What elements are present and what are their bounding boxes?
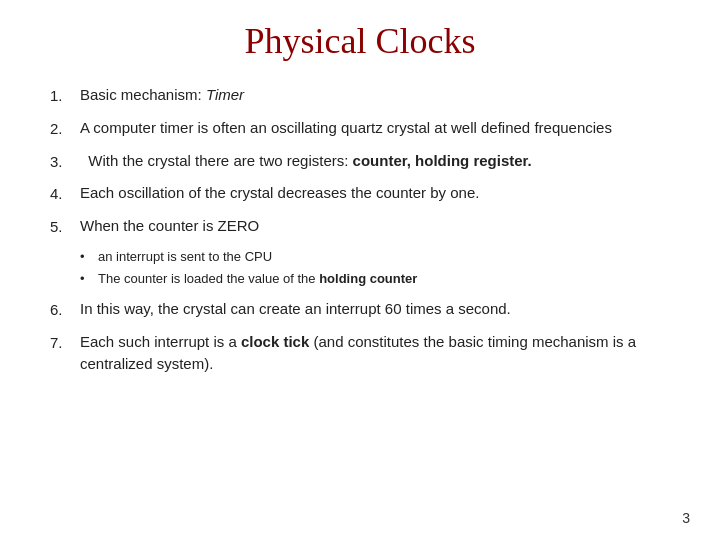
list-num: 2. [50,117,80,140]
list-text: In this way, the crystal can create an i… [80,298,680,320]
list-num: 3. [50,150,80,173]
list-item: • The counter is loaded the value of the… [80,270,680,288]
list-text: Each oscillation of the crystal decrease… [80,182,680,204]
slide-title: Physical Clocks [40,20,680,62]
bullet-dot: • [80,270,98,288]
bold-text: clock tick [241,333,309,350]
italic-text: Timer [206,86,244,103]
bullet-list: • an interrupt is sent to the CPU • The … [80,248,680,288]
list-text: A computer timer is often an oscillating… [80,117,680,139]
list-text: Each such interrupt is a clock tick (and… [80,331,680,375]
list-num: 1. [50,84,80,107]
bold-text: counter, holding register. [353,152,532,169]
main-list: 1. Basic mechanism: Timer 2. A computer … [50,84,680,238]
list-item: 7. Each such interrupt is a clock tick (… [50,331,680,375]
list-text: When the counter is ZERO [80,215,680,237]
list-text: With the crystal there are two registers… [80,150,680,172]
list-item: 3. With the crystal there are two regist… [50,150,680,173]
bullet-text: The counter is loaded the value of the h… [98,270,680,288]
bullet-block: • an interrupt is sent to the CPU • The … [80,248,680,288]
bullet-text: an interrupt is sent to the CPU [98,248,680,266]
list-item: 2. A computer timer is often an oscillat… [50,117,680,140]
bold-text: holding counter [319,271,417,286]
list-item: • an interrupt is sent to the CPU [80,248,680,266]
list-item: 6. In this way, the crystal can create a… [50,298,680,321]
main-list-2: 6. In this way, the crystal can create a… [50,298,680,374]
list-num: 4. [50,182,80,205]
slide-content: 1. Basic mechanism: Timer 2. A computer … [40,84,680,374]
slide: Physical Clocks 1. Basic mechanism: Time… [0,0,720,540]
list-num: 5. [50,215,80,238]
list-item: 4. Each oscillation of the crystal decre… [50,182,680,205]
list-item: 5. When the counter is ZERO [50,215,680,238]
list-item: 1. Basic mechanism: Timer [50,84,680,107]
list-num: 7. [50,331,80,354]
list-text: Basic mechanism: Timer [80,84,680,106]
page-number: 3 [682,510,690,526]
bullet-dot: • [80,248,98,266]
list-num: 6. [50,298,80,321]
